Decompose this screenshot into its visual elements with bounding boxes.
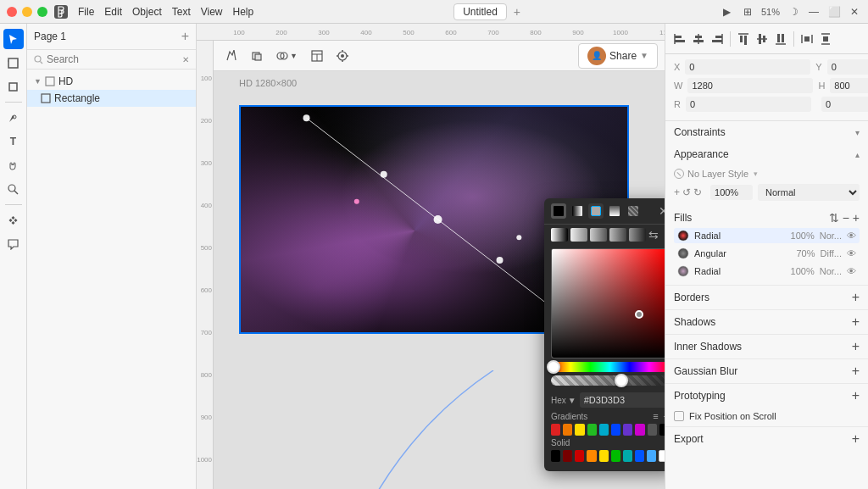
y-input[interactable]: [827, 59, 868, 75]
mask-button[interactable]: [246, 47, 268, 64]
fill-visibility-1[interactable]: 👁: [847, 231, 856, 241]
solid-blue[interactable]: [635, 450, 644, 462]
solid-dark-red[interactable]: [563, 450, 572, 462]
solid-green[interactable]: [611, 450, 620, 462]
canvas-area[interactable]: 100 200 300 400 500 600 700 800 900 1000…: [197, 24, 665, 489]
preset-4[interactable]: [609, 228, 626, 242]
prototyping-add-icon[interactable]: +: [852, 388, 860, 403]
h-input[interactable]: [830, 78, 868, 93]
fill-item-1[interactable]: Radial 100% Nor... 👁: [674, 228, 860, 243]
distribute-h-icon[interactable]: [799, 31, 815, 47]
frame-tool[interactable]: [3, 53, 24, 73]
align-left-icon[interactable]: [672, 31, 687, 47]
preset-5[interactable]: [629, 228, 646, 242]
file-tab[interactable]: Untitled: [453, 3, 507, 20]
swatch-black[interactable]: [659, 424, 665, 436]
fills-subtract-icon[interactable]: −: [843, 211, 849, 225]
preset-2[interactable]: [570, 228, 587, 242]
opacity-thumb[interactable]: [615, 374, 628, 387]
solid-teal[interactable]: [623, 450, 632, 462]
redo-icon[interactable]: ↻: [693, 186, 702, 198]
blend-mode-select[interactable]: Normal: [758, 184, 860, 201]
maximize-button[interactable]: [37, 7, 47, 17]
swatch-teal[interactable]: [599, 424, 609, 436]
color-gradient-area[interactable]: [551, 248, 665, 358]
present-icon[interactable]: ▶: [721, 5, 734, 19]
solid-black[interactable]: [551, 450, 560, 462]
fills-add-icon[interactable]: +: [853, 211, 860, 225]
align-bottom-icon[interactable]: [773, 31, 788, 47]
swatch-yellow[interactable]: [575, 424, 584, 436]
constraint-input[interactable]: [821, 97, 868, 112]
hand-tool[interactable]: [3, 155, 24, 175]
new-tab-button[interactable]: +: [514, 5, 520, 19]
swatch-red[interactable]: [551, 424, 560, 436]
fill-visibility-2[interactable]: 👁: [847, 248, 856, 258]
opacity-slider[interactable]: [551, 375, 665, 386]
solid-orange[interactable]: [587, 450, 596, 462]
align-center-h-icon[interactable]: [691, 31, 706, 47]
swatch-purple[interactable]: [623, 424, 632, 436]
menu-file[interactable]: File: [78, 6, 94, 18]
close-window-icon[interactable]: ✕: [848, 5, 861, 19]
shadows-add-icon[interactable]: +: [852, 314, 860, 330]
zoom-tool[interactable]: [3, 179, 24, 199]
fills-sort-icon[interactable]: ⇅: [829, 211, 839, 225]
swatch-list-icon[interactable]: ≡: [653, 411, 658, 421]
appearance-header[interactable]: Appearance ▴: [665, 143, 868, 165]
vector-tool-button[interactable]: [220, 47, 242, 64]
borders-add-icon[interactable]: +: [852, 290, 860, 305]
align-top-icon[interactable]: [736, 31, 751, 47]
menu-edit[interactable]: Edit: [104, 6, 122, 18]
no-layer-style[interactable]: No Layer Style ▾: [674, 169, 860, 179]
w-input[interactable]: [687, 78, 813, 93]
layer-item-rectangle[interactable]: Rectangle: [27, 90, 196, 107]
select-tool[interactable]: [3, 29, 24, 49]
grid-icon[interactable]: ⊞: [741, 5, 754, 19]
solid-red[interactable]: [575, 450, 584, 462]
swatch-magenta[interactable]: [635, 424, 644, 436]
swatch-add-icon[interactable]: +: [664, 411, 665, 421]
fill-visibility-3[interactable]: 👁: [847, 266, 856, 276]
fill-item-3[interactable]: Radial 100% Nor... 👁: [674, 264, 860, 279]
preset-3[interactable]: [590, 228, 607, 242]
diamond-gradient-icon[interactable]: [626, 203, 641, 219]
linear-gradient-icon[interactable]: [570, 203, 585, 219]
hue-slider[interactable]: [551, 362, 665, 372]
add-page-button[interactable]: +: [181, 29, 189, 44]
menu-view[interactable]: View: [201, 6, 223, 18]
r-input[interactable]: [686, 97, 811, 112]
hex-dropdown[interactable]: Hex ▼: [551, 396, 576, 405]
add-style-icon[interactable]: +: [674, 186, 680, 198]
close-button[interactable]: [7, 7, 17, 17]
minimize-icon[interactable]: —: [807, 5, 821, 19]
solid-yellow[interactable]: [599, 450, 609, 462]
swatch-orange[interactable]: [563, 424, 572, 436]
hue-thumb[interactable]: [547, 360, 560, 374]
swatch-green[interactable]: [587, 424, 597, 436]
menu-object[interactable]: Object: [132, 6, 162, 18]
preset-1[interactable]: [551, 228, 568, 242]
comment-tool[interactable]: [3, 234, 24, 254]
plugins-button[interactable]: [331, 47, 353, 64]
solid-lightblue[interactable]: [647, 450, 656, 462]
preset-arrow[interactable]: ⇆: [648, 228, 659, 242]
picker-close-button[interactable]: ✕: [659, 204, 665, 218]
menu-help[interactable]: Help: [233, 6, 254, 18]
align-center-v-icon[interactable]: [754, 31, 770, 47]
layout-button[interactable]: [306, 47, 328, 64]
gaussian-blur-add-icon[interactable]: +: [852, 364, 860, 379]
align-right-icon[interactable]: [709, 31, 725, 47]
swatch-dark[interactable]: [648, 424, 657, 436]
solid-color-icon[interactable]: [551, 203, 566, 219]
menu-text[interactable]: Text: [172, 6, 191, 18]
minimize-button[interactable]: [22, 7, 32, 17]
fill-item-2[interactable]: Angular 70% Diff... 👁: [674, 246, 860, 261]
shape-tool[interactable]: [3, 76, 24, 97]
solid-white[interactable]: [659, 450, 665, 462]
share-button[interactable]: Share: [609, 50, 637, 62]
inner-shadows-add-icon[interactable]: +: [852, 339, 860, 354]
search-clear-button[interactable]: ✕: [182, 55, 189, 64]
opacity-input[interactable]: [710, 185, 753, 200]
hex-input[interactable]: [580, 392, 665, 408]
